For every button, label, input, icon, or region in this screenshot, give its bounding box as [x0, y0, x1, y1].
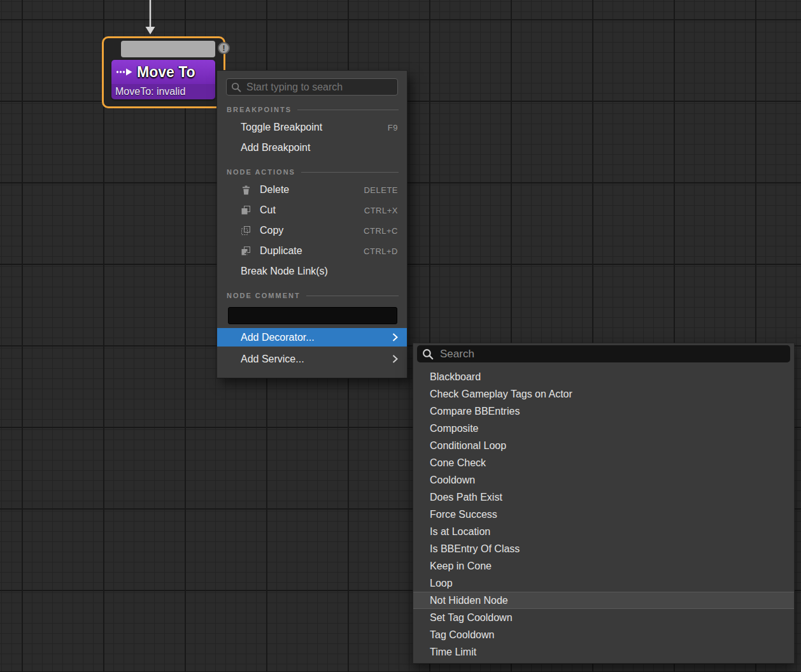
move-to-arrow-icon — [116, 68, 132, 76]
menu-item-add-service[interactable]: Add Service... — [217, 350, 407, 368]
decorator-list: Blackboard Check Gameplay Tags on Actor … — [413, 368, 794, 661]
list-item[interactable]: Set Tag Cooldown — [413, 609, 794, 626]
section-breakpoints: BREAKPOINTS — [217, 102, 407, 117]
context-menu-search[interactable] — [226, 78, 398, 96]
section-divider — [301, 172, 399, 173]
list-item[interactable]: Is at Location — [413, 523, 794, 540]
section-node-comment: NODE COMMENT — [217, 288, 407, 303]
list-item[interactable]: Does Path Exist — [413, 489, 794, 506]
list-item[interactable]: Is BBEntry Of Class — [413, 540, 794, 557]
node-comment-input[interactable] — [228, 307, 397, 324]
list-item[interactable]: Time Limit — [413, 643, 794, 661]
decorator-search-input[interactable] — [439, 347, 785, 361]
graph-canvas[interactable]: Move To MoveTo: invalid ! BREAKPOINTS To… — [0, 0, 801, 672]
chevron-right-icon — [392, 333, 398, 341]
list-item-highlighted[interactable]: Not Hidden Node — [413, 592, 794, 609]
list-item[interactable]: Blackboard — [413, 368, 794, 385]
list-item[interactable]: Keep in Cone — [413, 557, 794, 575]
list-item[interactable]: Conditional Loop — [413, 437, 794, 454]
section-node-actions: NODE ACTIONS — [217, 164, 407, 180]
decorator-submenu: Blackboard Check Gameplay Tags on Actor … — [413, 343, 795, 664]
info-badge-icon[interactable]: ! — [218, 42, 230, 54]
list-item[interactable]: Loop — [413, 575, 794, 592]
section-divider — [306, 296, 399, 296]
node-title-row: Move To — [111, 60, 215, 84]
menu-item-cut[interactable]: Cut CTRL+X — [217, 200, 407, 220]
node-body[interactable]: Move To MoveTo: invalid — [111, 60, 215, 99]
menu-item-delete[interactable]: Delete DELETE — [217, 180, 407, 200]
trash-icon — [241, 185, 251, 195]
list-item[interactable]: Compare BBEntries — [413, 403, 794, 420]
decorator-search[interactable] — [417, 345, 790, 362]
behavior-tree-node-move-to[interactable]: Move To MoveTo: invalid — [102, 36, 225, 108]
list-item[interactable]: Force Success — [413, 506, 794, 523]
search-icon — [231, 82, 241, 92]
list-item[interactable]: Tag Cooldown — [413, 626, 794, 643]
node-title: Move To — [137, 64, 195, 81]
menu-item-add-decorator[interactable]: Add Decorator... — [217, 328, 407, 347]
menu-item-duplicate[interactable]: Duplicate CTRL+D — [217, 241, 407, 261]
context-menu-search-input[interactable] — [245, 81, 393, 94]
copy-icon — [241, 226, 251, 235]
section-divider — [297, 110, 399, 110]
search-icon — [422, 348, 434, 360]
menu-item-toggle-breakpoint[interactable]: Toggle Breakpoint F9 — [217, 117, 407, 138]
duplicate-icon — [241, 247, 251, 255]
connection-arrow-icon — [144, 0, 157, 35]
list-item[interactable]: Cone Check — [413, 454, 794, 471]
menu-item-break-node-links[interactable]: Break Node Link(s) — [217, 261, 407, 282]
chevron-right-icon — [392, 355, 398, 363]
list-item[interactable]: Composite — [413, 420, 794, 437]
list-item[interactable]: Cooldown — [413, 471, 794, 489]
context-menu: BREAKPOINTS Toggle Breakpoint F9 Add Bre… — [216, 70, 408, 378]
node-subtitle: MoveTo: invalid — [115, 86, 185, 97]
menu-item-copy[interactable]: Copy CTRL+C — [217, 220, 407, 241]
cut-icon — [241, 206, 251, 215]
list-item[interactable]: Check Gameplay Tags on Actor — [413, 385, 794, 403]
node-comment-bubble[interactable] — [121, 41, 215, 57]
node-subtitle-row: MoveTo: invalid — [111, 84, 215, 99]
menu-item-add-breakpoint[interactable]: Add Breakpoint — [217, 138, 407, 158]
